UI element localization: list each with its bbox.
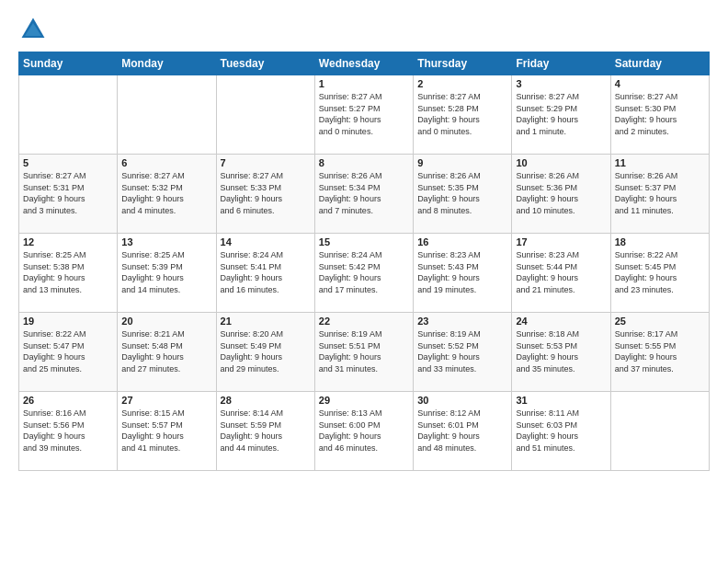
day-cell: 22Sunrise: 8:19 AM Sunset: 5:51 PM Dayli… [314, 313, 413, 392]
day-cell: 25Sunrise: 8:17 AM Sunset: 5:55 PM Dayli… [610, 313, 709, 392]
day-cell: 5Sunrise: 8:27 AM Sunset: 5:31 PM Daylig… [19, 155, 118, 234]
day-info: Sunrise: 8:13 AM Sunset: 6:00 PM Dayligh… [319, 408, 409, 454]
day-number: 28 [221, 395, 311, 406]
weekday-row: SundayMondayTuesdayWednesdayThursdayFrid… [19, 52, 710, 75]
day-number: 14 [221, 236, 311, 247]
day-cell: 16Sunrise: 8:23 AM Sunset: 5:43 PM Dayli… [414, 234, 512, 313]
day-info: Sunrise: 8:19 AM Sunset: 5:51 PM Dayligh… [319, 328, 409, 374]
day-info: Sunrise: 8:26 AM Sunset: 5:36 PM Dayligh… [516, 170, 606, 216]
day-info: Sunrise: 8:26 AM Sunset: 5:37 PM Dayligh… [615, 170, 705, 216]
day-number: 26 [23, 395, 113, 406]
day-number: 17 [516, 236, 606, 247]
day-cell: 3Sunrise: 8:27 AM Sunset: 5:29 PM Daylig… [512, 75, 610, 155]
day-info: Sunrise: 8:11 AM Sunset: 6:03 PM Dayligh… [516, 408, 606, 454]
day-info: Sunrise: 8:19 AM Sunset: 5:52 PM Dayligh… [417, 328, 507, 374]
day-number: 9 [417, 157, 507, 168]
day-cell: 24Sunrise: 8:18 AM Sunset: 5:53 PM Dayli… [512, 313, 610, 392]
day-cell: 15Sunrise: 8:24 AM Sunset: 5:42 PM Dayli… [314, 234, 413, 313]
day-info: Sunrise: 8:16 AM Sunset: 5:56 PM Dayligh… [23, 408, 113, 454]
day-info: Sunrise: 8:24 AM Sunset: 5:42 PM Dayligh… [319, 249, 409, 295]
day-number: 24 [516, 316, 606, 327]
day-cell: 23Sunrise: 8:19 AM Sunset: 5:52 PM Dayli… [414, 313, 512, 392]
day-info: Sunrise: 8:25 AM Sunset: 5:38 PM Dayligh… [23, 249, 113, 295]
day-number: 23 [417, 316, 507, 327]
day-number: 27 [121, 395, 211, 406]
day-cell: 8Sunrise: 8:26 AM Sunset: 5:34 PM Daylig… [314, 155, 413, 234]
day-cell [216, 75, 314, 155]
weekday-header-saturday: Saturday [610, 52, 709, 75]
day-number: 3 [516, 78, 606, 89]
day-cell: 10Sunrise: 8:26 AM Sunset: 5:36 PM Dayli… [512, 155, 610, 234]
day-number: 11 [615, 157, 705, 168]
day-cell: 20Sunrise: 8:21 AM Sunset: 5:48 PM Dayli… [118, 313, 216, 392]
week-row-4: 26Sunrise: 8:16 AM Sunset: 5:56 PM Dayli… [19, 392, 710, 471]
day-number: 12 [23, 236, 113, 247]
day-cell: 2Sunrise: 8:27 AM Sunset: 5:28 PM Daylig… [414, 75, 512, 155]
day-info: Sunrise: 8:23 AM Sunset: 5:44 PM Dayligh… [516, 249, 606, 295]
day-cell: 1Sunrise: 8:27 AM Sunset: 5:27 PM Daylig… [314, 75, 413, 155]
day-number: 2 [417, 78, 507, 89]
day-info: Sunrise: 8:27 AM Sunset: 5:30 PM Dayligh… [615, 91, 705, 137]
day-number: 7 [221, 157, 311, 168]
day-info: Sunrise: 8:27 AM Sunset: 5:29 PM Dayligh… [516, 91, 606, 137]
day-number: 19 [23, 316, 113, 327]
day-cell [610, 392, 709, 471]
weekday-header-sunday: Sunday [19, 52, 118, 75]
day-number: 15 [319, 236, 409, 247]
day-cell: 12Sunrise: 8:25 AM Sunset: 5:38 PM Dayli… [19, 234, 118, 313]
calendar: SundayMondayTuesdayWednesdayThursdayFrid… [18, 52, 710, 471]
day-cell: 6Sunrise: 8:27 AM Sunset: 5:32 PM Daylig… [118, 155, 216, 234]
day-cell: 29Sunrise: 8:13 AM Sunset: 6:00 PM Dayli… [314, 392, 413, 471]
logo [18, 15, 53, 44]
day-number: 4 [615, 78, 705, 89]
day-cell: 9Sunrise: 8:26 AM Sunset: 5:35 PM Daylig… [414, 155, 512, 234]
day-cell: 28Sunrise: 8:14 AM Sunset: 5:59 PM Dayli… [216, 392, 314, 471]
day-info: Sunrise: 8:21 AM Sunset: 5:48 PM Dayligh… [121, 328, 211, 374]
day-info: Sunrise: 8:26 AM Sunset: 5:35 PM Dayligh… [417, 170, 507, 216]
day-cell [19, 75, 118, 155]
day-cell: 7Sunrise: 8:27 AM Sunset: 5:33 PM Daylig… [216, 155, 314, 234]
week-row-2: 12Sunrise: 8:25 AM Sunset: 5:38 PM Dayli… [19, 234, 710, 313]
day-info: Sunrise: 8:22 AM Sunset: 5:47 PM Dayligh… [23, 328, 113, 374]
weekday-header-thursday: Thursday [414, 52, 512, 75]
day-info: Sunrise: 8:27 AM Sunset: 5:28 PM Dayligh… [417, 91, 507, 137]
day-number: 29 [319, 395, 409, 406]
week-row-1: 5Sunrise: 8:27 AM Sunset: 5:31 PM Daylig… [19, 155, 710, 234]
day-info: Sunrise: 8:12 AM Sunset: 6:01 PM Dayligh… [417, 408, 507, 454]
day-info: Sunrise: 8:15 AM Sunset: 5:57 PM Dayligh… [121, 408, 211, 454]
day-cell: 17Sunrise: 8:23 AM Sunset: 5:44 PM Dayli… [512, 234, 610, 313]
page: SundayMondayTuesdayWednesdayThursdayFrid… [0, 0, 728, 563]
calendar-header: SundayMondayTuesdayWednesdayThursdayFrid… [19, 52, 710, 75]
day-info: Sunrise: 8:26 AM Sunset: 5:34 PM Dayligh… [319, 170, 409, 216]
day-info: Sunrise: 8:24 AM Sunset: 5:41 PM Dayligh… [221, 249, 311, 295]
day-cell: 11Sunrise: 8:26 AM Sunset: 5:37 PM Dayli… [610, 155, 709, 234]
day-number: 30 [417, 395, 507, 406]
header [18, 15, 710, 44]
day-info: Sunrise: 8:14 AM Sunset: 5:59 PM Dayligh… [221, 408, 311, 454]
day-number: 16 [417, 236, 507, 247]
week-row-0: 1Sunrise: 8:27 AM Sunset: 5:27 PM Daylig… [19, 75, 710, 155]
weekday-header-tuesday: Tuesday [216, 52, 314, 75]
day-number: 22 [319, 316, 409, 327]
day-info: Sunrise: 8:18 AM Sunset: 5:53 PM Dayligh… [516, 328, 606, 374]
day-cell [118, 75, 216, 155]
day-info: Sunrise: 8:22 AM Sunset: 5:45 PM Dayligh… [615, 249, 705, 295]
day-number: 5 [23, 157, 113, 168]
day-cell: 14Sunrise: 8:24 AM Sunset: 5:41 PM Dayli… [216, 234, 314, 313]
day-number: 6 [121, 157, 211, 168]
day-number: 1 [319, 78, 409, 89]
day-number: 10 [516, 157, 606, 168]
day-cell: 19Sunrise: 8:22 AM Sunset: 5:47 PM Dayli… [19, 313, 118, 392]
day-number: 21 [221, 316, 311, 327]
day-cell: 27Sunrise: 8:15 AM Sunset: 5:57 PM Dayli… [118, 392, 216, 471]
weekday-header-monday: Monday [118, 52, 216, 75]
day-number: 18 [615, 236, 705, 247]
day-info: Sunrise: 8:27 AM Sunset: 5:27 PM Dayligh… [319, 91, 409, 137]
day-cell: 30Sunrise: 8:12 AM Sunset: 6:01 PM Dayli… [414, 392, 512, 471]
day-info: Sunrise: 8:17 AM Sunset: 5:55 PM Dayligh… [615, 328, 705, 374]
day-cell: 4Sunrise: 8:27 AM Sunset: 5:30 PM Daylig… [610, 75, 709, 155]
day-info: Sunrise: 8:27 AM Sunset: 5:33 PM Dayligh… [221, 170, 311, 216]
weekday-header-friday: Friday [512, 52, 610, 75]
logo-icon [18, 15, 48, 44]
day-number: 25 [615, 316, 705, 327]
